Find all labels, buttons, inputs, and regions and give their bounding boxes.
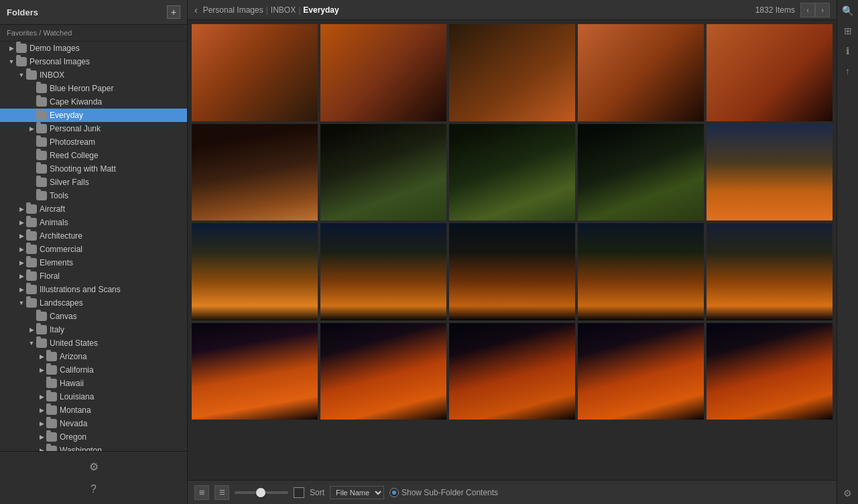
folder-label-demo-images: Demo Images	[29, 44, 80, 53]
sidebar-item-photostream[interactable]: Photostream	[0, 135, 187, 149]
checkbox[interactable]	[294, 487, 304, 498]
sidebar-item-oregon[interactable]: Oregon	[0, 430, 187, 444]
sidebar-item-everyday[interactable]: Everyday	[0, 109, 187, 122]
table-row[interactable]	[449, 323, 575, 420]
item-count: 1832 Items	[755, 5, 795, 15]
folder-icon-reed-college	[36, 151, 47, 160]
folder-label-blue-heron-paper: Blue Heron Paper	[50, 84, 113, 93]
folder-icon-cape-kiwanda	[36, 97, 47, 107]
sidebar-item-shooting-with-matt[interactable]: Shooting with Matt	[0, 162, 187, 176]
table-row[interactable]	[707, 124, 833, 221]
table-row[interactable]	[192, 124, 318, 221]
table-row[interactable]	[320, 24, 446, 121]
table-row[interactable]	[707, 24, 833, 121]
gear-icon[interactable]: ⚙	[84, 457, 103, 476]
breadcrumb-everyday[interactable]: Everyday	[303, 5, 339, 15]
sidebar-item-tools[interactable]: Tools	[0, 189, 187, 202]
sidebar-item-nevada[interactable]: Nevada	[0, 417, 187, 430]
table-row[interactable]	[578, 124, 704, 221]
sidebar-item-personal-images[interactable]: Personal Images	[0, 55, 187, 68]
table-row[interactable]	[192, 223, 318, 320]
sidebar-item-montana[interactable]: Montana	[0, 403, 187, 417]
folder-icon-commercial	[26, 245, 37, 254]
sidebar-item-arizona[interactable]: Arizona	[0, 350, 187, 363]
folder-label-italy: Italy	[50, 325, 64, 334]
table-row[interactable]	[320, 223, 446, 320]
arrow-inbox	[17, 70, 26, 80]
table-row[interactable]	[707, 223, 833, 320]
compare-icon[interactable]: ⊞	[840, 23, 856, 39]
folder-icon-aircraft	[26, 204, 37, 214]
sidebar-item-united-states[interactable]: United States	[0, 336, 187, 350]
zoom-slider[interactable]	[235, 491, 288, 494]
sidebar-item-canvas[interactable]: Canvas	[0, 310, 187, 323]
folder-icon-everyday	[36, 111, 47, 120]
sidebar-item-landscapes[interactable]: Landscapes	[0, 296, 187, 310]
sidebar-item-aircraft[interactable]: Aircraft	[0, 202, 187, 216]
sidebar-item-hawaii[interactable]: Hawaii	[0, 377, 187, 390]
sidebar-item-california[interactable]: California	[0, 363, 187, 377]
sidebar-item-inbox[interactable]: INBOX	[0, 68, 187, 82]
folder-icon-louisiana	[46, 392, 57, 401]
sidebar-item-cape-kiwanda[interactable]: Cape Kiwanda	[0, 95, 187, 109]
folder-label-silver-falls: Silver Falls	[50, 178, 89, 187]
table-row[interactable]	[192, 24, 318, 121]
sidebar-item-italy[interactable]: Italy	[0, 323, 187, 336]
table-row[interactable]	[449, 124, 575, 221]
table-row[interactable]	[578, 223, 704, 320]
sidebar-item-elements[interactable]: Elements	[0, 256, 187, 269]
info-icon[interactable]: ℹ	[840, 43, 856, 59]
list-view-button[interactable]: ☰	[214, 485, 229, 500]
sidebar-item-personal-junk[interactable]: Personal Junk	[0, 122, 187, 135]
folder-label-reed-college: Reed College	[50, 151, 99, 160]
sidebar-item-commercial[interactable]: Commercial	[0, 243, 187, 256]
sidebar-item-louisiana[interactable]: Louisiana	[0, 390, 187, 403]
bottom-bar: ⊞ ☰ Sort File Name Date Size Show Sub-Fo…	[188, 480, 837, 504]
folder-label-aircraft: Aircraft	[40, 204, 65, 214]
sidebar-item-silver-falls[interactable]: Silver Falls	[0, 176, 187, 189]
table-row[interactable]	[320, 323, 446, 420]
folder-icon-blue-heron-paper	[36, 84, 47, 93]
nav-next-button[interactable]: ›	[815, 3, 830, 17]
arrow-washington	[37, 446, 46, 451]
sidebar-item-washington[interactable]: Washington	[0, 444, 187, 451]
folder-label-arizona: Arizona	[60, 352, 87, 361]
sidebar-item-illustrations-and-scans[interactable]: Illustrations and Scans	[0, 283, 187, 296]
add-folder-button[interactable]: +	[167, 5, 180, 19]
search-right-icon[interactable]: 🔍	[840, 3, 856, 19]
arrow-demo-images	[7, 44, 16, 53]
sidebar: Folders + Favorites / Watched Demo Image…	[0, 0, 188, 504]
folder-label-hawaii: Hawaii	[60, 379, 84, 388]
table-row[interactable]	[449, 24, 575, 121]
folder-label-illustrations-and-scans: Illustrations and Scans	[40, 285, 121, 294]
sort-select[interactable]: File Name Date Size	[330, 486, 384, 499]
sidebar-item-reed-college[interactable]: Reed College	[0, 149, 187, 162]
arrow-personal-junk	[27, 124, 36, 133]
sidebar-item-architecture[interactable]: Architecture	[0, 229, 187, 243]
folder-label-everyday: Everyday	[50, 111, 83, 120]
grid-view-button[interactable]: ⊞	[194, 485, 209, 500]
sidebar-item-blue-heron-paper[interactable]: Blue Heron Paper	[0, 82, 187, 95]
sidebar-title: Folders	[7, 7, 38, 17]
breadcrumb-personal-images[interactable]: Personal Images	[203, 5, 263, 15]
table-row[interactable]	[578, 24, 704, 121]
show-subfolder-toggle[interactable]: Show Sub-Folder Contents	[389, 488, 498, 497]
table-row[interactable]	[192, 323, 318, 420]
table-row[interactable]	[320, 124, 446, 221]
question-icon[interactable]: ?	[84, 480, 103, 499]
back-button[interactable]: ‹	[194, 5, 198, 15]
top-bar: ‹ Personal Images|INBOX|Everyday 1832 It…	[188, 0, 837, 20]
settings-right-icon[interactable]: ⚙	[840, 485, 856, 501]
table-row[interactable]	[707, 323, 833, 420]
table-row[interactable]	[578, 323, 704, 420]
arrow-commercial	[17, 245, 26, 254]
sidebar-item-animals[interactable]: Animals	[0, 216, 187, 229]
breadcrumb-inbox[interactable]: INBOX	[271, 5, 296, 15]
arrow-animals	[17, 218, 26, 227]
upload-icon[interactable]: ↑	[840, 63, 856, 79]
table-row[interactable]	[449, 223, 575, 320]
folder-icon-silver-falls	[36, 178, 47, 187]
nav-prev-button[interactable]: ‹	[800, 3, 815, 17]
sidebar-item-floral[interactable]: Floral	[0, 269, 187, 283]
sidebar-item-demo-images[interactable]: Demo Images	[0, 42, 187, 55]
